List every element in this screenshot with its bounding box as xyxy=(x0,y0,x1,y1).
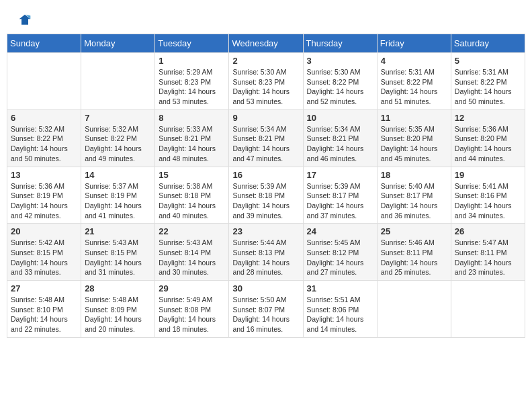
calendar-header-row: SundayMondayTuesdayWednesdayThursdayFrid… xyxy=(7,34,525,53)
calendar-cell: 8Sunrise: 5:33 AM Sunset: 8:21 PM Daylig… xyxy=(155,109,229,167)
day-info: Sunrise: 5:31 AM Sunset: 8:22 PM Dayligh… xyxy=(381,67,447,107)
day-number: 3 xyxy=(307,56,373,66)
day-number: 26 xyxy=(455,226,521,236)
day-info: Sunrise: 5:29 AM Sunset: 8:23 PM Dayligh… xyxy=(159,67,225,107)
calendar-cell xyxy=(7,53,81,110)
day-info: Sunrise: 5:41 AM Sunset: 8:16 PM Dayligh… xyxy=(455,181,521,221)
calendar-cell: 3Sunrise: 5:30 AM Sunset: 8:22 PM Daylig… xyxy=(303,53,377,110)
day-info: Sunrise: 5:35 AM Sunset: 8:20 PM Dayligh… xyxy=(381,124,447,164)
day-number: 12 xyxy=(455,113,521,123)
day-number: 20 xyxy=(11,226,77,236)
calendar-week-row: 6Sunrise: 5:32 AM Sunset: 8:22 PM Daylig… xyxy=(7,109,525,167)
day-info: Sunrise: 5:32 AM Sunset: 8:22 PM Dayligh… xyxy=(85,124,151,164)
day-of-week-header: Thursday xyxy=(303,34,377,53)
day-info: Sunrise: 5:43 AM Sunset: 8:14 PM Dayligh… xyxy=(159,238,225,277)
logo-icon xyxy=(18,13,32,27)
calendar-cell: 15Sunrise: 5:38 AM Sunset: 8:18 PM Dayli… xyxy=(155,167,229,224)
day-info: Sunrise: 5:43 AM Sunset: 8:15 PM Dayligh… xyxy=(85,238,151,277)
calendar-cell: 1Sunrise: 5:29 AM Sunset: 8:23 PM Daylig… xyxy=(155,53,229,110)
day-number: 17 xyxy=(307,170,373,180)
day-number: 19 xyxy=(455,170,521,180)
day-info: Sunrise: 5:48 AM Sunset: 8:10 PM Dayligh… xyxy=(11,295,77,334)
calendar-cell: 17Sunrise: 5:39 AM Sunset: 8:17 PM Dayli… xyxy=(303,167,377,224)
calendar-cell: 24Sunrise: 5:45 AM Sunset: 8:12 PM Dayli… xyxy=(303,224,377,281)
calendar-cell: 11Sunrise: 5:35 AM Sunset: 8:20 PM Dayli… xyxy=(377,109,451,167)
calendar-cell: 31Sunrise: 5:51 AM Sunset: 8:06 PM Dayli… xyxy=(303,281,377,338)
calendar-cell: 30Sunrise: 5:50 AM Sunset: 8:07 PM Dayli… xyxy=(229,281,303,338)
calendar-cell: 25Sunrise: 5:46 AM Sunset: 8:11 PM Dayli… xyxy=(377,224,451,281)
calendar-cell xyxy=(377,281,451,338)
day-number: 27 xyxy=(11,283,77,293)
calendar-cell: 2Sunrise: 5:30 AM Sunset: 8:23 PM Daylig… xyxy=(229,53,303,110)
day-info: Sunrise: 5:49 AM Sunset: 8:08 PM Dayligh… xyxy=(159,295,225,334)
day-info: Sunrise: 5:42 AM Sunset: 8:15 PM Dayligh… xyxy=(11,238,77,277)
calendar-cell: 5Sunrise: 5:31 AM Sunset: 8:22 PM Daylig… xyxy=(451,53,525,110)
day-info: Sunrise: 5:39 AM Sunset: 8:17 PM Dayligh… xyxy=(307,181,373,221)
day-of-week-header: Wednesday xyxy=(229,34,303,53)
calendar-cell: 19Sunrise: 5:41 AM Sunset: 8:16 PM Dayli… xyxy=(451,167,525,224)
day-of-week-header: Monday xyxy=(81,34,155,53)
day-number: 21 xyxy=(85,226,151,236)
calendar-cell: 12Sunrise: 5:36 AM Sunset: 8:20 PM Dayli… xyxy=(451,109,525,167)
day-number: 13 xyxy=(11,170,77,180)
day-number: 22 xyxy=(159,226,225,236)
calendar-week-row: 20Sunrise: 5:42 AM Sunset: 8:15 PM Dayli… xyxy=(7,224,525,281)
calendar-cell xyxy=(81,53,155,110)
day-number: 2 xyxy=(232,56,299,66)
calendar-cell: 14Sunrise: 5:37 AM Sunset: 8:19 PM Dayli… xyxy=(81,167,155,224)
day-number: 28 xyxy=(85,283,151,293)
calendar-cell: 27Sunrise: 5:48 AM Sunset: 8:10 PM Dayli… xyxy=(7,281,81,338)
calendar-cell: 28Sunrise: 5:48 AM Sunset: 8:09 PM Dayli… xyxy=(81,281,155,338)
calendar-cell: 10Sunrise: 5:34 AM Sunset: 8:21 PM Dayli… xyxy=(303,109,377,167)
day-number: 11 xyxy=(381,113,447,123)
calendar-cell: 20Sunrise: 5:42 AM Sunset: 8:15 PM Dayli… xyxy=(7,224,81,281)
calendar-week-row: 1Sunrise: 5:29 AM Sunset: 8:23 PM Daylig… xyxy=(7,53,525,110)
calendar-table: SundayMondayTuesdayWednesdayThursdayFrid… xyxy=(7,34,525,338)
day-info: Sunrise: 5:32 AM Sunset: 8:22 PM Dayligh… xyxy=(11,124,77,164)
calendar-cell: 9Sunrise: 5:34 AM Sunset: 8:21 PM Daylig… xyxy=(229,109,303,167)
day-info: Sunrise: 5:44 AM Sunset: 8:13 PM Dayligh… xyxy=(232,238,299,277)
day-number: 25 xyxy=(381,226,447,236)
day-info: Sunrise: 5:34 AM Sunset: 8:21 PM Dayligh… xyxy=(307,124,373,164)
page-header xyxy=(7,7,525,30)
day-of-week-header: Saturday xyxy=(451,34,525,53)
day-info: Sunrise: 5:45 AM Sunset: 8:12 PM Dayligh… xyxy=(307,238,373,277)
day-number: 16 xyxy=(232,170,299,180)
calendar-cell: 21Sunrise: 5:43 AM Sunset: 8:15 PM Dayli… xyxy=(81,224,155,281)
day-number: 31 xyxy=(307,283,373,293)
day-info: Sunrise: 5:36 AM Sunset: 8:19 PM Dayligh… xyxy=(11,181,77,221)
day-info: Sunrise: 5:50 AM Sunset: 8:07 PM Dayligh… xyxy=(232,295,299,334)
calendar-cell: 4Sunrise: 5:31 AM Sunset: 8:22 PM Daylig… xyxy=(377,53,451,110)
calendar-cell: 16Sunrise: 5:39 AM Sunset: 8:18 PM Dayli… xyxy=(229,167,303,224)
day-number: 5 xyxy=(455,56,521,66)
day-number: 8 xyxy=(159,113,225,123)
calendar-cell: 18Sunrise: 5:40 AM Sunset: 8:17 PM Dayli… xyxy=(377,167,451,224)
day-number: 4 xyxy=(381,56,447,66)
calendar-cell: 26Sunrise: 5:47 AM Sunset: 8:11 PM Dayli… xyxy=(451,224,525,281)
day-info: Sunrise: 5:30 AM Sunset: 8:22 PM Dayligh… xyxy=(307,67,373,107)
day-info: Sunrise: 5:39 AM Sunset: 8:18 PM Dayligh… xyxy=(232,181,299,221)
day-info: Sunrise: 5:48 AM Sunset: 8:09 PM Dayligh… xyxy=(85,295,151,334)
day-info: Sunrise: 5:40 AM Sunset: 8:17 PM Dayligh… xyxy=(381,181,447,221)
day-info: Sunrise: 5:34 AM Sunset: 8:21 PM Dayligh… xyxy=(232,124,299,164)
day-number: 9 xyxy=(232,113,299,123)
day-number: 6 xyxy=(11,113,77,123)
calendar-cell: 7Sunrise: 5:32 AM Sunset: 8:22 PM Daylig… xyxy=(81,109,155,167)
day-number: 15 xyxy=(159,170,225,180)
day-number: 18 xyxy=(381,170,447,180)
day-info: Sunrise: 5:31 AM Sunset: 8:22 PM Dayligh… xyxy=(455,67,521,107)
day-number: 29 xyxy=(159,283,225,293)
day-info: Sunrise: 5:36 AM Sunset: 8:20 PM Dayligh… xyxy=(455,124,521,164)
day-number: 14 xyxy=(85,170,151,180)
day-of-week-header: Friday xyxy=(377,34,451,53)
day-info: Sunrise: 5:30 AM Sunset: 8:23 PM Dayligh… xyxy=(232,67,299,107)
day-info: Sunrise: 5:33 AM Sunset: 8:21 PM Dayligh… xyxy=(159,124,225,164)
calendar-cell: 29Sunrise: 5:49 AM Sunset: 8:08 PM Dayli… xyxy=(155,281,229,338)
logo xyxy=(17,13,32,27)
day-number: 23 xyxy=(232,226,299,236)
day-number: 30 xyxy=(232,283,299,293)
day-info: Sunrise: 5:46 AM Sunset: 8:11 PM Dayligh… xyxy=(381,238,447,277)
calendar-cell xyxy=(451,281,525,338)
day-info: Sunrise: 5:38 AM Sunset: 8:18 PM Dayligh… xyxy=(159,181,225,221)
day-of-week-header: Tuesday xyxy=(155,34,229,53)
